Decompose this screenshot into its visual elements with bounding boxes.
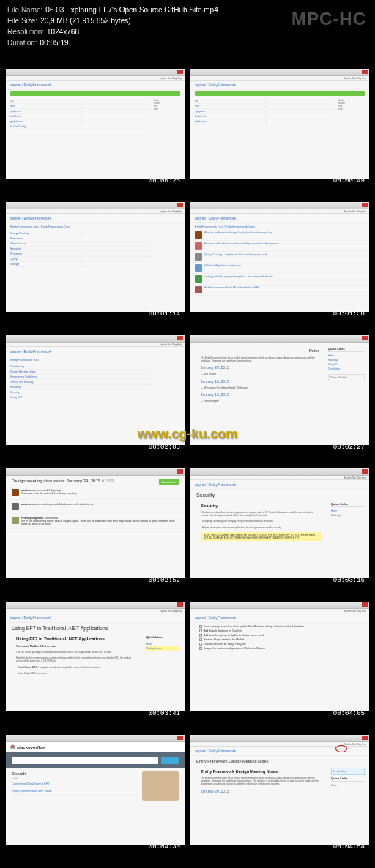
browser-chrome — [6, 335, 185, 343]
file-name-label: File Name: — [7, 4, 42, 15]
resolution-label: Resolution: — [7, 26, 44, 37]
timestamp: 00:00:49 — [333, 177, 365, 184]
browser-chrome — [190, 335, 369, 343]
stackoverflow-logo: 📚 stackoverflow — [10, 744, 46, 749]
wiki-breadcrumb: EntityFramework Wiki — [6, 356, 185, 363]
repo-sidebar — [154, 231, 180, 267]
date-link[interactable]: January 15, 2015 — [195, 391, 325, 398]
thumbnail[interactable]: Explore Gist Blog Help aspnet/EntityFram… — [190, 192, 369, 319]
repo-sidebar: CodeIssuesPullWiki — [338, 99, 365, 124]
date-link[interactable]: January 16, 2015 — [195, 378, 325, 385]
question-link[interactable]: Converting DataStore to EF7 — [12, 782, 138, 785]
warning-highlight: NOTE: THIS DOCUMENT CAPTURES THE SECURIT… — [201, 532, 322, 541]
timestamp: 00:03:16 — [333, 577, 365, 584]
browser-chrome — [6, 735, 185, 742]
issue-title: Design meeting discussion: January 29, 2… — [12, 479, 179, 483]
readme-banner — [195, 91, 365, 96]
repo-breadcrumb: aspnet/EntityFramework — [190, 214, 369, 223]
browser-chrome — [190, 602, 369, 609]
timestamp: 00:04:30 — [149, 843, 180, 850]
resolution-value: 1024x768 — [47, 26, 79, 37]
thumbnail[interactable]: New Issue Design meeting discussion: Jan… — [6, 458, 185, 585]
thumbnail[interactable]: Explore Gist Blog Help aspnet/EntityFram… — [6, 59, 185, 186]
repo-sidebar: CodeIssuesPullWiki — [154, 99, 180, 130]
thumbnail[interactable]: Explore Gist Blog Help aspnet/EntityFram… — [6, 192, 185, 319]
timestamp: 00:01:38 — [333, 310, 365, 318]
browser-chrome — [6, 602, 185, 609]
annotation-circle — [335, 745, 347, 752]
thumbnail[interactable]: Explore Gist Blog Help aspnet/EntityFram… — [190, 458, 369, 585]
timestamp: 00:01:14 — [149, 310, 180, 318]
wiki-heading: Security — [195, 502, 328, 509]
repo-breadcrumb: aspnet/EntityFramework — [190, 613, 369, 623]
duration-label: Duration: — [7, 37, 37, 48]
wiki-heading: Using EF7 in Traditional .NET Applicatio… — [10, 635, 144, 643]
timestamp: 00:02:27 — [333, 444, 365, 451]
wiki-list: Contributing Design Meeting Notes Engine… — [10, 364, 151, 400]
file-list: src.. test.. .gitignore.. build.cmd.. gl… — [195, 99, 335, 124]
player-logo: MPC-HC — [292, 6, 366, 32]
timestamp: 00:03:41 — [149, 710, 180, 717]
question-link[interactable]: Entity framework as EF7 build — [12, 789, 138, 793]
repo-breadcrumb: aspnet/EntityFramework — [190, 480, 369, 490]
timestamp: 00:00:25 — [149, 177, 180, 184]
video-info-header: MPC-HC File Name: 06 03 Exploring EF7's … — [0, 0, 375, 53]
search-button[interactable] — [161, 757, 179, 764]
wiki-title: Security — [190, 490, 369, 501]
repo-breadcrumb: aspnet/EntityFramework — [190, 81, 369, 90]
browser-chrome — [6, 202, 185, 209]
browser-chrome — [190, 69, 369, 76]
timestamp: 00:02:52 — [149, 577, 180, 584]
search-input[interactable] — [12, 757, 158, 764]
file-size-value: 20,9 MB (21 915 652 bytes) — [40, 15, 130, 26]
timestamp: 00:04:05 — [333, 710, 365, 717]
repo-breadcrumb: aspnet/EntityFramework — [190, 747, 369, 756]
file-size-label: File Size: — [7, 15, 37, 26]
path-breadcrumb: EntityFramework / src / EntityFramework.… — [190, 223, 369, 230]
quick-links-title: Quick Links — [328, 347, 365, 352]
so-search-bar — [6, 752, 185, 768]
thumbnail[interactable]: Explore Gist Blog Help aspnet/EntityFram… — [6, 325, 185, 452]
readme-banner — [10, 91, 180, 96]
thumbnail[interactable]: Explore Gist Blog Help aspnet/EntityFram… — [190, 591, 369, 719]
browser-chrome — [190, 468, 369, 476]
thumbnail[interactable]: Explore Gist Blog Help aspnet/EntityFram… — [190, 725, 369, 852]
thumbnail[interactable]: Explore Gist Blog Help aspnet/EntityFram… — [6, 591, 185, 719]
repo-breadcrumb: aspnet/EntityFramework — [6, 214, 185, 223]
repo-breadcrumb: aspnet/EntityFramework — [6, 347, 185, 356]
nuget-note: You need NuGet 2.8.3 or later — [10, 643, 144, 649]
new-issue-button[interactable]: New Issue — [159, 479, 179, 485]
thumbnail[interactable]: Notes The EntityFramework team has a wee… — [190, 325, 369, 452]
date-link[interactable]: January 29, 2015 — [195, 787, 328, 795]
browser-chrome — [190, 735, 369, 742]
wiki-heading: Entity Framework Design Meeting Notes — [195, 768, 328, 775]
date-link[interactable]: January 29, 2015 — [195, 364, 325, 371]
path-breadcrumb: EntityFramework / src / EntityFramework.… — [6, 223, 185, 230]
search-heading: Search — [12, 771, 138, 776]
wiki-title: Entity Framework Design Meeting Notes — [190, 756, 369, 766]
thumbnail[interactable]: Explore Gist Blog Help aspnet/EntityFram… — [190, 59, 369, 186]
repo-sidebar — [154, 364, 180, 400]
thumbnail-grid: Explore Gist Blog Help aspnet/EntityFram… — [0, 53, 375, 858]
timestamp: 00:02:03 — [149, 444, 180, 451]
repo-breadcrumb: aspnet/EntityFramework — [6, 613, 185, 623]
advertisement[interactable] — [142, 771, 179, 801]
stackoverflow-header: 📚 stackoverflow — [6, 742, 185, 752]
wiki-title: Using EF7 in Traditional .NET Applicatio… — [6, 623, 185, 634]
timestamp: 00:04:54 — [333, 843, 365, 850]
browser-chrome — [6, 69, 185, 76]
sidebar-search[interactable]: for something — [331, 768, 365, 775]
thumbnail[interactable]: 📚 stackoverflow Search results Convertin… — [6, 725, 185, 852]
file-list: src.. test.. .gitignore.. build.cmd.. gl… — [10, 99, 151, 130]
browser-chrome — [6, 468, 185, 476]
file-list: ChangeTracking.. Extensions.. Infrastruc… — [10, 231, 151, 267]
duration-value: 00:05:19 — [40, 37, 69, 48]
browser-chrome — [190, 202, 369, 209]
repo-breadcrumb: aspnet/EntityFramework — [6, 81, 185, 90]
file-name-value: 06 03 Exploring EF7's Open Source GitHub… — [45, 4, 218, 15]
